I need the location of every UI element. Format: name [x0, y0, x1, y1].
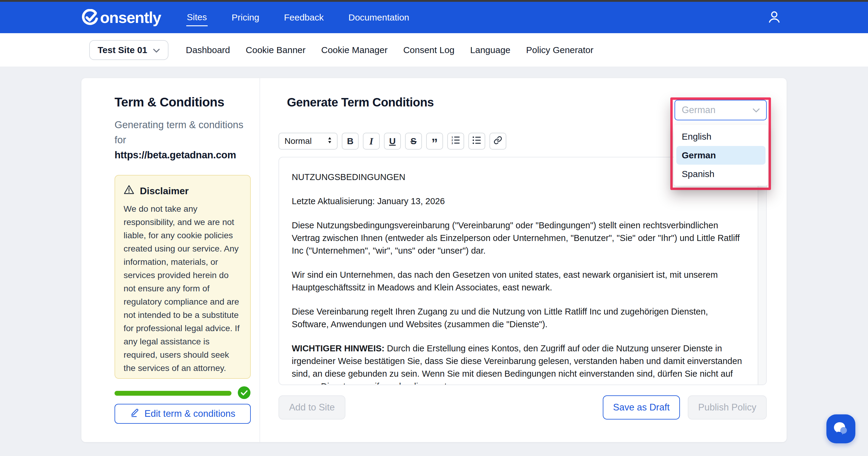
generating-for-block: Generating term & conditions for https:/…	[115, 117, 254, 163]
link-button[interactable]	[490, 133, 506, 150]
editor-scrollbar[interactable]	[758, 158, 766, 384]
italic-icon: I	[370, 136, 373, 147]
svg-text:1: 1	[452, 136, 453, 139]
site-url: https://beta.getadnan.com	[115, 147, 254, 163]
app-header: onsently Sites Pricing Feedback Document…	[0, 2, 868, 33]
site-toolbar: Test Site 01 Dashboard Cookie Banner Coo…	[0, 33, 868, 67]
site-tab[interactable]: Cookie Manager	[321, 42, 388, 58]
strikethrough-button[interactable]: S	[405, 133, 422, 150]
site-selector-label: Test Site 01	[98, 45, 147, 55]
nav-item[interactable]: Sites	[186, 9, 208, 26]
svg-text:3: 3	[452, 142, 453, 145]
save-as-draft-button[interactable]: Save as Draft	[603, 395, 680, 420]
check-circle-icon	[238, 386, 251, 400]
publish-policy-button[interactable]: Publish Policy	[688, 395, 767, 420]
user-icon	[767, 10, 781, 25]
ordered-list-icon: 1 2 3	[451, 135, 461, 147]
editor-title: Generate Term Conditions	[287, 95, 434, 109]
chat-widget-button[interactable]	[827, 415, 855, 443]
main-nav: Sites Pricing Feedback Documentation	[186, 9, 410, 26]
language-select-value: German	[682, 105, 715, 115]
pencil-icon	[130, 408, 140, 420]
language-option[interactable]: English	[676, 127, 766, 146]
language-option[interactable]: Spanish	[676, 165, 766, 183]
link-icon	[493, 136, 502, 147]
underline-button[interactable]: U	[384, 133, 401, 150]
chat-bubbles-icon	[832, 420, 849, 438]
language-option[interactable]: German	[676, 146, 766, 165]
disclaimer-box: Disclaimer We do not take any responsibi…	[115, 175, 251, 379]
site-tab[interactable]: Consent Log	[403, 42, 455, 58]
language-dropdown-menu: English German Spanish	[674, 125, 768, 186]
doc-important-paragraph: WICHTIGER HINWEIS: Durch die Erstellung …	[292, 342, 743, 385]
bullet-list-button[interactable]	[468, 133, 485, 150]
logo-check-circle-icon	[82, 9, 98, 26]
terms-editor-content[interactable]: NUTZUNGSBEDINGUNGEN Letzte Aktualisierun…	[278, 157, 767, 385]
doc-paragraph: Wir sind ein Unternehmen, das nach den G…	[292, 268, 743, 294]
account-button[interactable]	[767, 10, 781, 25]
format-select-value: Normal	[284, 136, 312, 146]
svg-text:2: 2	[452, 139, 453, 142]
edit-terms-label: Edit term & conditions	[144, 408, 236, 419]
site-tab[interactable]: Policy Generator	[526, 42, 594, 58]
doc-paragraph: Diese Vereinbarung regelt Ihren Zugang z…	[292, 305, 743, 331]
panel-divider	[259, 78, 260, 442]
chevron-down-icon	[752, 105, 760, 115]
blockquote-icon: ”	[432, 140, 438, 146]
site-tab[interactable]: Dashboard	[185, 42, 231, 58]
logo-text: onsently	[100, 8, 161, 27]
nav-item[interactable]: Documentation	[348, 9, 410, 26]
consently-logo[interactable]: onsently	[82, 8, 161, 27]
generating-subtitle: Generating term & conditions for	[115, 117, 254, 147]
disclaimer-title: Disclaimer	[140, 186, 189, 197]
chevron-down-icon	[153, 45, 160, 55]
ordered-list-button[interactable]: 1 2 3	[447, 133, 464, 150]
site-tabs: Dashboard Cookie Banner Cookie Manager C…	[185, 42, 594, 58]
editor-toolbar: Normal B I U S ” 1 2 3	[278, 133, 506, 150]
format-select[interactable]: Normal	[278, 133, 338, 150]
italic-button[interactable]: I	[363, 133, 380, 150]
doc-last-updated: Letzte Aktualisierung: January 13, 2026	[292, 195, 743, 207]
disclaimer-text: We do not take any responsibility, and w…	[124, 202, 242, 375]
blockquote-button[interactable]: ”	[426, 133, 443, 150]
nav-item[interactable]: Feedback	[283, 9, 324, 26]
sort-arrows-icon	[327, 136, 333, 146]
doc-paragraph: Diese Nutzungsbedingungsvereinbarung ("V…	[292, 219, 743, 257]
site-tab[interactable]: Cookie Banner	[245, 42, 306, 58]
bullet-list-icon	[472, 135, 482, 147]
bold-button[interactable]: B	[342, 133, 359, 150]
site-selector[interactable]: Test Site 01	[89, 40, 168, 60]
language-select[interactable]: German	[675, 100, 767, 120]
strikethrough-icon: S	[410, 136, 416, 146]
generation-progress	[115, 386, 251, 400]
important-label: WICHTIGER HINWEIS:	[292, 343, 384, 353]
nav-item[interactable]: Pricing	[231, 9, 260, 26]
underline-icon: U	[389, 136, 396, 146]
site-tab[interactable]: Language	[470, 42, 511, 58]
progress-bar	[115, 391, 231, 396]
bold-icon: B	[347, 136, 353, 146]
edit-terms-button[interactable]: Edit term & conditions	[115, 404, 251, 424]
page-title: Term & Conditions	[115, 95, 224, 110]
warning-triangle-icon	[124, 184, 134, 197]
add-to-site-button[interactable]: Add to Site	[278, 395, 345, 420]
